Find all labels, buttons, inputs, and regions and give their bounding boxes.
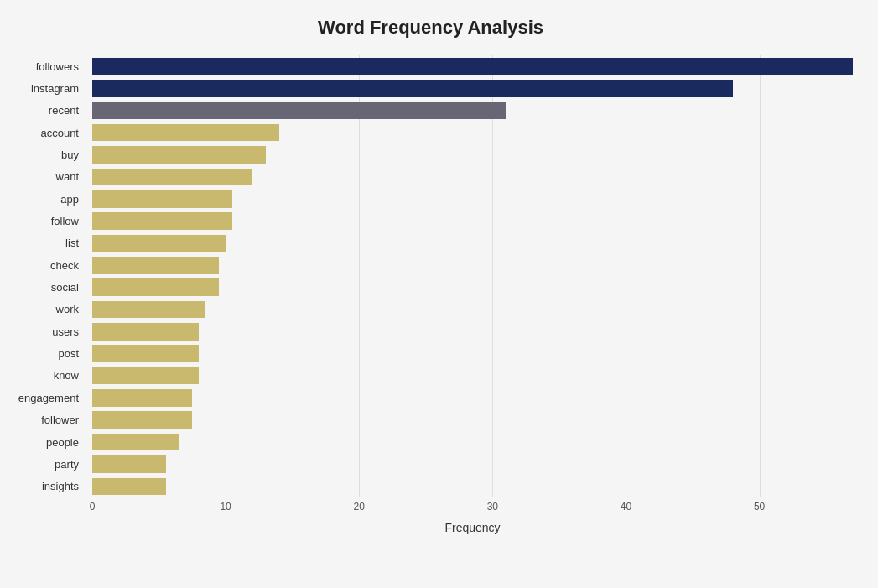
bar-row (92, 188, 853, 210)
y-label: work (56, 299, 86, 320)
x-tick-label: 0 (90, 501, 96, 513)
bar-row (92, 365, 853, 387)
x-tick-label: 40 (621, 501, 631, 513)
bar (92, 124, 279, 142)
x-axis: 01020304050 Frequency (92, 497, 853, 534)
bar-row (92, 453, 853, 475)
x-tick-label: 10 (220, 501, 231, 513)
bar-row (92, 343, 853, 365)
y-label: app (60, 188, 86, 210)
bar (92, 146, 266, 164)
x-tick-label: 20 (354, 501, 365, 513)
y-label: list (65, 232, 86, 254)
bar (92, 411, 192, 429)
bar-row (92, 122, 853, 143)
y-label: account (40, 122, 86, 143)
bar (92, 301, 205, 319)
y-label: want (56, 166, 86, 188)
bar-row (92, 387, 853, 408)
bar (92, 323, 199, 341)
bar-row (92, 254, 853, 276)
bar-row (92, 320, 853, 342)
bar-row (92, 143, 853, 165)
bar-row (92, 210, 853, 232)
y-axis: followersinstagramrecentaccountbuywantap… (8, 55, 92, 497)
y-label: party (55, 453, 86, 475)
y-label: recent (49, 100, 86, 122)
chart-container: Word Frequency Analysis followersinstagr… (0, 0, 878, 588)
bar (92, 278, 219, 296)
y-label: post (58, 342, 86, 364)
y-label: engagement (18, 387, 86, 408)
bar-row (92, 100, 853, 122)
y-label: insights (42, 476, 86, 497)
bar-row (92, 476, 853, 497)
bar (92, 367, 199, 385)
bar-row (92, 166, 853, 188)
bar (92, 434, 179, 451)
bar-row (92, 232, 853, 254)
y-label: social (51, 276, 86, 298)
y-label: follow (51, 210, 86, 232)
y-label: people (46, 431, 86, 453)
bar (92, 102, 506, 120)
bar-row (92, 431, 853, 453)
bar-row (92, 55, 853, 77)
bar-row (92, 299, 853, 320)
bar (92, 190, 232, 208)
x-axis-label: Frequency (92, 521, 853, 534)
y-label: instagram (31, 77, 86, 99)
bar (92, 345, 199, 362)
y-label: followers (36, 55, 86, 77)
bar (92, 80, 733, 97)
chart-title: Word Frequency Analysis (8, 17, 853, 39)
x-tick-label: 50 (754, 501, 765, 513)
x-tick-label: 30 (487, 501, 498, 513)
bar (92, 455, 166, 473)
bar (92, 235, 226, 252)
bar (92, 389, 192, 407)
y-label: know (54, 365, 86, 387)
bar (92, 169, 252, 186)
bar-row (92, 277, 853, 299)
plot-area (92, 55, 853, 497)
bar-row (92, 77, 853, 99)
bar (92, 58, 853, 75)
bar (92, 257, 219, 274)
y-label: buy (61, 143, 86, 165)
y-label: follower (41, 409, 86, 431)
y-label: users (52, 320, 86, 342)
bar (92, 478, 166, 496)
y-label: check (50, 254, 86, 276)
bar-row (92, 409, 853, 431)
bar (92, 212, 232, 230)
